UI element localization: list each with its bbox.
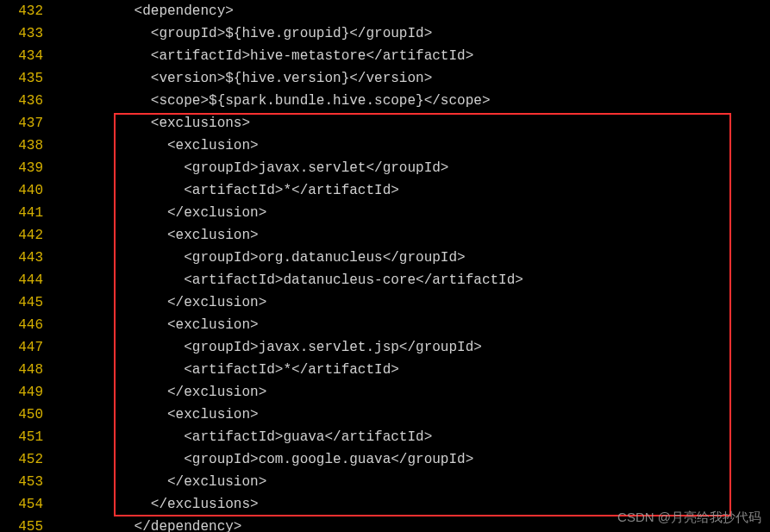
line-number: 434 [0, 45, 47, 67]
code-line: <exclusion> [47, 404, 770, 426]
code-line: <artifactId>datanucleus-core</artifactId… [47, 269, 770, 291]
line-number: 453 [0, 471, 47, 493]
code-line: </exclusion> [47, 381, 770, 404]
code-editor-view: 4324334344354364374384394404414424434444… [0, 0, 770, 532]
line-number: 449 [0, 381, 47, 404]
code-line: </exclusion> [47, 291, 770, 314]
code-line: <exclusion> [47, 314, 770, 336]
code-line: <exclusion> [47, 135, 770, 157]
code-line: <groupId>org.datanucleus</groupId> [47, 247, 770, 269]
code-line: </exclusion> [47, 471, 770, 493]
code-line: <groupId>com.google.guava</groupId> [47, 448, 770, 471]
code-line: <exclusion> [47, 224, 770, 247]
code-line: <scope>${spark.bundle.hive.scope}</scope… [47, 90, 770, 112]
line-number: 448 [0, 359, 47, 381]
code-line: <groupId>javax.servlet</groupId> [47, 157, 770, 179]
code-line: <groupId>${hive.groupid}</groupId> [47, 22, 770, 45]
code-line: <artifactId>guava</artifactId> [47, 426, 770, 448]
line-number: 435 [0, 67, 47, 90]
line-number: 455 [0, 516, 47, 532]
line-number: 450 [0, 404, 47, 426]
line-number: 432 [0, 0, 47, 22]
code-line: <artifactId>*</artifactId> [47, 359, 770, 381]
line-number: 433 [0, 22, 47, 45]
code-line: </exclusion> [47, 202, 770, 224]
line-number-gutter: 4324334344354364374384394404414424434444… [0, 0, 47, 532]
line-number: 436 [0, 90, 47, 112]
line-number: 452 [0, 448, 47, 471]
line-number: 447 [0, 336, 47, 359]
line-number: 439 [0, 157, 47, 179]
code-line: <dependency> [47, 0, 770, 22]
line-number: 443 [0, 247, 47, 269]
code-line: <version>${hive.version}</version> [47, 67, 770, 90]
line-number: 446 [0, 314, 47, 336]
code-line: <artifactId>*</artifactId> [47, 179, 770, 202]
line-number: 444 [0, 269, 47, 291]
code-line: <exclusions> [47, 112, 770, 135]
line-number: 437 [0, 112, 47, 135]
code-content-area: <dependency> <groupId>${hive.groupid}</g… [47, 0, 770, 532]
code-line: <artifactId>hive-metastore</artifactId> [47, 45, 770, 67]
line-number: 442 [0, 224, 47, 247]
line-number: 438 [0, 135, 47, 157]
code-line: <groupId>javax.servlet.jsp</groupId> [47, 336, 770, 359]
csdn-watermark: CSDN @月亮给我抄代码 [617, 506, 761, 529]
line-number: 445 [0, 291, 47, 314]
line-number: 451 [0, 426, 47, 448]
line-number: 440 [0, 179, 47, 202]
line-number: 454 [0, 493, 47, 516]
line-number: 441 [0, 202, 47, 224]
